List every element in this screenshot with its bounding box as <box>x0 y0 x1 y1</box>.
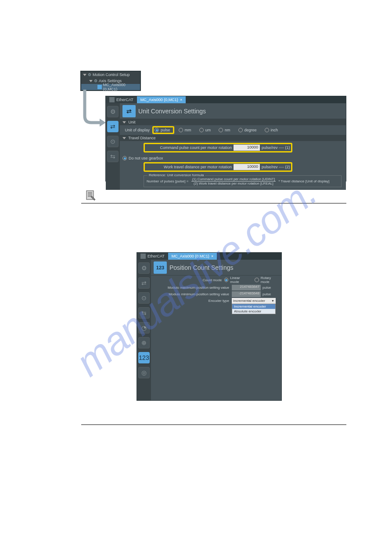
tab-label: MC_Axis000 (0,MC1) <box>140 98 178 102</box>
encoder-dropdown[interactable]: Incremental encoder ▼ <box>232 298 276 304</box>
side-icon-bar: ⚙ ⇄ ⊙ ⇆ <box>106 103 120 190</box>
section-label: Travel Distance <box>128 136 155 140</box>
unit-conversion-icon[interactable]: ⇄ <box>107 121 119 132</box>
tab-bar: EtherCAT MC_Axis000 (0,MC1) × <box>106 96 346 103</box>
cmd-pulse-row: Command pulse count per motor rotation 1… <box>120 141 346 153</box>
radio-pulse[interactable] <box>155 128 159 132</box>
highlight-cmd-pulse: Command pulse count per motor rotation 1… <box>144 143 292 152</box>
other-icon[interactable]: ⇆ <box>107 151 119 162</box>
chevron-down-icon: ▼ <box>271 299 274 302</box>
dropdown-value: Incremental encoder <box>233 299 265 303</box>
gear-settings-icon[interactable]: ⚙ <box>138 262 150 274</box>
axis-icon <box>97 85 102 89</box>
highlight-pulse: pulse <box>152 126 174 134</box>
tab-axis[interactable]: MC_Axis000 (0,MC1) × <box>137 96 186 103</box>
arrow-connector <box>80 90 107 129</box>
work-travel-row: Work travel distance per motor rotation … <box>120 161 346 173</box>
ref-legend: Reference: Unit conversion formula <box>147 173 205 177</box>
note-icon <box>86 190 96 200</box>
collapse-icon[interactable] <box>122 121 126 123</box>
collapse-icon[interactable] <box>122 137 126 139</box>
radio-label: mm <box>185 128 191 132</box>
unit-title-icon: ⇄ <box>122 105 136 117</box>
unit-conversion-icon[interactable]: ⇄ <box>138 277 150 289</box>
gear-icon: ⚙ <box>94 79 97 83</box>
radio-label: nm <box>225 128 230 132</box>
radio-no-gearbox[interactable] <box>122 156 127 160</box>
formula-denominator: (2) Work travel distance per motor rotat… <box>193 181 274 185</box>
work-travel-input[interactable]: 10000 <box>234 164 260 170</box>
operation-icon[interactable]: ⊙ <box>138 292 150 304</box>
field-label: Unit of display <box>122 128 152 132</box>
mod-max-row: Modulo maximum position setting value 21… <box>151 284 281 291</box>
main-content: 123 Position Count Settings Count mode L… <box>151 260 281 400</box>
position-count-panel: EtherCAT MC_Axis000 (0,MC1) × ⚙ ⇄ ⊙ ⇆ ◔ … <box>137 252 282 401</box>
tree-label: MC_Axis000 (0,MC1) <box>103 83 140 91</box>
collapse-icon <box>83 74 86 76</box>
limit-icon[interactable]: ◔ <box>138 322 150 334</box>
radio-label: Rotary mode <box>261 276 279 284</box>
count-mode-row: Count mode Linear mode Rotary mode <box>151 276 281 284</box>
highlight-work-travel: Work travel distance per motor rotation … <box>144 162 292 172</box>
radio-inch[interactable] <box>265 128 269 132</box>
radio-label: inch <box>271 128 278 132</box>
ethercat-icon <box>109 97 115 102</box>
close-icon[interactable]: × <box>180 98 182 102</box>
section-label: Unit <box>129 120 136 124</box>
mod-min-value: -2147483648 <box>232 291 261 297</box>
tab-ethercat[interactable]: EtherCAT <box>106 96 137 103</box>
unit-conversion-panel: EtherCAT MC_Axis000 (0,MC1) × ⚙ ⇄ ⊙ ⇆ ⇄ … <box>105 96 346 181</box>
gear-icon: ⚙ <box>88 73 91 77</box>
gear-settings-icon[interactable]: ⚙ <box>107 106 119 117</box>
unit-label: pulse/rev ---- (2) <box>260 165 290 169</box>
panel-title: Unit Conversion Settings <box>138 108 206 115</box>
encoder-row: Encoder type Incremental encoder ▼ Incre… <box>151 297 281 304</box>
close-icon[interactable]: × <box>211 254 213 258</box>
formula-numerator: (1) Command pulse count per motor rotati… <box>191 177 276 181</box>
collapse-icon <box>89 80 93 82</box>
cmd-pulse-input[interactable]: 10000 <box>234 145 260 151</box>
dropdown-option-incremental[interactable]: Incremental encoder <box>232 304 275 309</box>
panel-title: Position Count Settings <box>169 264 234 271</box>
field-label: Modulo minimum position setting value <box>154 292 232 296</box>
radio-degree[interactable] <box>238 128 243 132</box>
radio-nm[interactable] <box>219 128 223 132</box>
section-travel: Travel Distance <box>120 135 346 141</box>
operation-icon[interactable]: ⊙ <box>107 136 119 147</box>
tree-motion-control[interactable]: ⚙ Motion Control Setup <box>81 72 140 78</box>
tab-label: MC_Axis000 (0,MC1) <box>172 254 209 258</box>
panel-title-bar: ⇄ Unit Conversion Settings <box>120 103 346 119</box>
divider <box>81 424 346 425</box>
mod-max-value: 2147483647 <box>232 285 261 290</box>
field-label: Modulo maximum position setting value <box>154 286 232 290</box>
ethercat-icon <box>140 254 146 259</box>
tree-label: Motion Control Setup <box>93 73 130 77</box>
homing-icon[interactable]: ⊕ <box>138 337 150 348</box>
formula-fraction: (1) Command pulse count per motor rotati… <box>191 177 276 185</box>
radio-rotary[interactable] <box>255 278 259 282</box>
tab-ethercat[interactable]: EtherCAT <box>137 253 168 260</box>
section-unit: Unit <box>120 119 346 125</box>
tree-axis-node[interactable]: MC_Axis000 (0,MC1) <box>81 84 140 90</box>
servo-icon[interactable]: ◎ <box>138 367 150 378</box>
divider <box>81 203 346 203</box>
tab-bar: EtherCAT MC_Axis000 (0,MC1) × <box>137 253 281 260</box>
field-label: Encoder type <box>154 299 232 303</box>
dropdown-option-absolute[interactable]: Absolute encoder <box>232 309 275 314</box>
radio-um[interactable] <box>199 128 204 132</box>
other-icon[interactable]: ⇆ <box>138 307 150 319</box>
formula-right: * Travel distance [Unit of display] <box>278 179 329 183</box>
tab-axis[interactable]: MC_Axis000 (0,MC1) × <box>168 253 217 260</box>
side-icon-bar: ⚙ ⇄ ⊙ ⇆ ◔ ⊕ 123 ◎ <box>137 260 151 400</box>
unit-label: pulse/rev ---- (1) <box>260 145 290 150</box>
radio-label: pulse <box>161 128 170 132</box>
position-count-icon[interactable]: 123 <box>138 352 150 363</box>
radio-linear[interactable] <box>224 278 228 282</box>
reference-formula: Reference: Unit conversion formula Numbe… <box>144 175 342 187</box>
radio-label: um <box>205 128 211 132</box>
position-title-icon: 123 <box>154 261 167 274</box>
mod-min-row: Modulo minimum position setting value -2… <box>151 291 281 297</box>
radio-mm[interactable] <box>179 128 183 132</box>
field-label: Command pulse count per motor rotation <box>146 145 234 150</box>
unit-of-display-row: Unit of display pulse mm um nm degree in… <box>120 125 346 135</box>
